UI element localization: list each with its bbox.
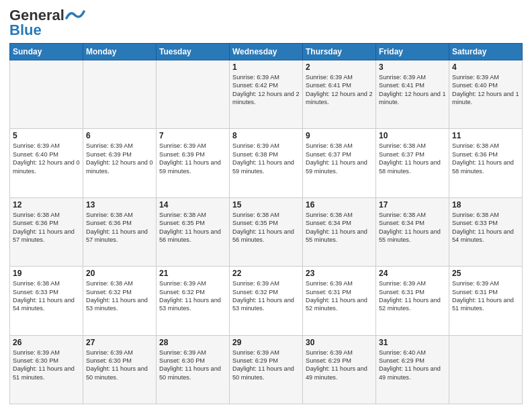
calendar-table: SundayMondayTuesdayWednesdayThursdayFrid… (9, 43, 523, 404)
day-sunrise: Sunrise: 6:38 AMSunset: 6:33 PMDaylight:… (452, 212, 514, 243)
calendar-cell: 25 Sunrise: 6:39 AMSunset: 6:31 PMDaylig… (449, 267, 523, 335)
day-number: 10 (379, 131, 446, 140)
day-number: 3 (379, 62, 446, 72)
day-sunrise: Sunrise: 6:39 AMSunset: 6:30 PMDaylight:… (159, 349, 221, 381)
day-number: 17 (379, 200, 446, 210)
day-number: 28 (159, 338, 226, 347)
day-number: 25 (452, 269, 519, 278)
calendar-cell: 16 Sunrise: 6:38 AMSunset: 6:34 PMDaylig… (303, 197, 376, 266)
page: General Blue SundayMondayTuesdayWednesda… (0, 0, 532, 411)
calendar-cell: 6 Sunrise: 6:39 AMSunset: 6:39 PMDayligh… (83, 129, 157, 197)
calendar-cell: 18 Sunrise: 6:38 AMSunset: 6:33 PMDaylig… (449, 197, 523, 266)
day-sunrise: Sunrise: 6:38 AMSunset: 6:34 PMDaylight:… (379, 212, 441, 243)
calendar-week-row: 1 Sunrise: 6:39 AMSunset: 6:42 PMDayligh… (10, 60, 523, 129)
weekday-header-wednesday: Wednesday (230, 44, 303, 60)
calendar-cell: 28 Sunrise: 6:39 AMSunset: 6:30 PMDaylig… (157, 335, 230, 404)
day-number: 7 (159, 131, 226, 140)
calendar-cell: 8 Sunrise: 6:39 AMSunset: 6:38 PMDayligh… (230, 129, 303, 197)
day-sunrise: Sunrise: 6:39 AMSunset: 6:31 PMDaylight:… (379, 280, 441, 312)
calendar-cell (10, 60, 83, 129)
calendar-cell: 26 Sunrise: 6:39 AMSunset: 6:30 PMDaylig… (10, 335, 83, 404)
calendar-week-row: 5 Sunrise: 6:39 AMSunset: 6:40 PMDayligh… (10, 129, 523, 197)
day-sunrise: Sunrise: 6:39 AMSunset: 6:32 PMDaylight:… (232, 280, 294, 312)
calendar-cell: 31 Sunrise: 6:40 AMSunset: 6:29 PMDaylig… (376, 335, 449, 404)
calendar-cell: 3 Sunrise: 6:39 AMSunset: 6:41 PMDayligh… (376, 60, 449, 129)
calendar-cell: 19 Sunrise: 6:38 AMSunset: 6:33 PMDaylig… (10, 267, 83, 335)
day-sunrise: Sunrise: 6:40 AMSunset: 6:29 PMDaylight:… (379, 349, 441, 381)
day-sunrise: Sunrise: 6:38 AMSunset: 6:36 PMDaylight:… (86, 212, 148, 243)
weekday-header-friday: Friday (376, 44, 449, 60)
calendar-cell: 12 Sunrise: 6:38 AMSunset: 6:36 PMDaylig… (10, 197, 83, 266)
logo-blue-text: Blue (9, 23, 42, 38)
day-number: 26 (13, 338, 80, 347)
day-number: 8 (232, 131, 300, 140)
day-number: 23 (306, 269, 373, 278)
calendar-cell: 15 Sunrise: 6:38 AMSunset: 6:35 PMDaylig… (230, 197, 303, 266)
weekday-header-tuesday: Tuesday (157, 44, 230, 60)
calendar-cell: 14 Sunrise: 6:38 AMSunset: 6:35 PMDaylig… (157, 197, 230, 266)
day-sunrise: Sunrise: 6:39 AMSunset: 6:30 PMDaylight:… (86, 349, 148, 381)
day-number: 14 (159, 200, 226, 210)
weekday-header-monday: Monday (83, 44, 157, 60)
day-sunrise: Sunrise: 6:39 AMSunset: 6:39 PMDaylight:… (86, 142, 153, 174)
day-sunrise: Sunrise: 6:39 AMSunset: 6:32 PMDaylight:… (159, 280, 221, 312)
day-sunrise: Sunrise: 6:39 AMSunset: 6:42 PMDaylight:… (232, 74, 300, 105)
day-sunrise: Sunrise: 6:38 AMSunset: 6:35 PMDaylight:… (159, 212, 221, 243)
weekday-header-row: SundayMondayTuesdayWednesdayThursdayFrid… (10, 44, 523, 60)
weekday-header-thursday: Thursday (303, 44, 376, 60)
day-number: 20 (86, 269, 153, 278)
day-number: 16 (306, 200, 373, 210)
day-sunrise: Sunrise: 6:39 AMSunset: 6:31 PMDaylight:… (452, 280, 514, 312)
day-number: 18 (452, 200, 519, 210)
day-sunrise: Sunrise: 6:39 AMSunset: 6:41 PMDaylight:… (379, 74, 446, 105)
weekday-header-saturday: Saturday (449, 44, 523, 60)
calendar-cell: 30 Sunrise: 6:39 AMSunset: 6:29 PMDaylig… (303, 335, 376, 404)
calendar-cell: 27 Sunrise: 6:39 AMSunset: 6:30 PMDaylig… (83, 335, 157, 404)
day-sunrise: Sunrise: 6:38 AMSunset: 6:37 PMDaylight:… (379, 142, 441, 174)
day-number: 1 (232, 62, 300, 72)
day-number: 27 (86, 338, 153, 347)
day-number: 9 (306, 131, 373, 140)
day-number: 12 (13, 200, 80, 210)
calendar-cell: 22 Sunrise: 6:39 AMSunset: 6:32 PMDaylig… (230, 267, 303, 335)
calendar-cell: 1 Sunrise: 6:39 AMSunset: 6:42 PMDayligh… (230, 60, 303, 129)
calendar-cell: 9 Sunrise: 6:38 AMSunset: 6:37 PMDayligh… (303, 129, 376, 197)
day-number: 11 (452, 131, 519, 140)
calendar-week-row: 26 Sunrise: 6:39 AMSunset: 6:30 PMDaylig… (10, 335, 523, 404)
day-number: 21 (159, 269, 226, 278)
calendar-cell (83, 60, 157, 129)
logo-area: General Blue (9, 7, 85, 38)
day-sunrise: Sunrise: 6:39 AMSunset: 6:30 PMDaylight:… (13, 349, 75, 381)
day-sunrise: Sunrise: 6:38 AMSunset: 6:36 PMDaylight:… (13, 212, 75, 243)
day-sunrise: Sunrise: 6:39 AMSunset: 6:40 PMDaylight:… (13, 142, 80, 174)
calendar-cell: 29 Sunrise: 6:39 AMSunset: 6:29 PMDaylig… (230, 335, 303, 404)
calendar-cell (449, 335, 523, 404)
logo-wave-icon (65, 7, 85, 22)
day-sunrise: Sunrise: 6:38 AMSunset: 6:33 PMDaylight:… (13, 280, 75, 312)
day-number: 30 (306, 338, 373, 347)
calendar-cell: 24 Sunrise: 6:39 AMSunset: 6:31 PMDaylig… (376, 267, 449, 335)
day-number: 4 (452, 62, 519, 72)
day-sunrise: Sunrise: 6:39 AMSunset: 6:39 PMDaylight:… (159, 142, 221, 174)
day-number: 13 (86, 200, 153, 210)
calendar-cell: 7 Sunrise: 6:39 AMSunset: 6:39 PMDayligh… (157, 129, 230, 197)
day-number: 5 (13, 131, 80, 140)
day-number: 24 (379, 269, 446, 278)
calendar-cell: 13 Sunrise: 6:38 AMSunset: 6:36 PMDaylig… (83, 197, 157, 266)
day-number: 15 (232, 200, 300, 210)
day-sunrise: Sunrise: 6:39 AMSunset: 6:29 PMDaylight:… (232, 349, 294, 381)
calendar-cell (157, 60, 230, 129)
calendar-cell: 20 Sunrise: 6:38 AMSunset: 6:32 PMDaylig… (83, 267, 157, 335)
calendar-cell: 21 Sunrise: 6:39 AMSunset: 6:32 PMDaylig… (157, 267, 230, 335)
calendar-cell: 23 Sunrise: 6:39 AMSunset: 6:31 PMDaylig… (303, 267, 376, 335)
calendar-week-row: 19 Sunrise: 6:38 AMSunset: 6:33 PMDaylig… (10, 267, 523, 335)
day-sunrise: Sunrise: 6:39 AMSunset: 6:29 PMDaylight:… (306, 349, 367, 381)
day-number: 22 (232, 269, 300, 278)
weekday-header-sunday: Sunday (10, 44, 83, 60)
calendar-week-row: 12 Sunrise: 6:38 AMSunset: 6:36 PMDaylig… (10, 197, 523, 266)
day-sunrise: Sunrise: 6:39 AMSunset: 6:40 PMDaylight:… (452, 74, 519, 105)
day-sunrise: Sunrise: 6:38 AMSunset: 6:34 PMDaylight:… (306, 212, 367, 243)
day-sunrise: Sunrise: 6:39 AMSunset: 6:41 PMDaylight:… (306, 74, 373, 105)
calendar-cell: 5 Sunrise: 6:39 AMSunset: 6:40 PMDayligh… (10, 129, 83, 197)
calendar-cell: 17 Sunrise: 6:38 AMSunset: 6:34 PMDaylig… (376, 197, 449, 266)
